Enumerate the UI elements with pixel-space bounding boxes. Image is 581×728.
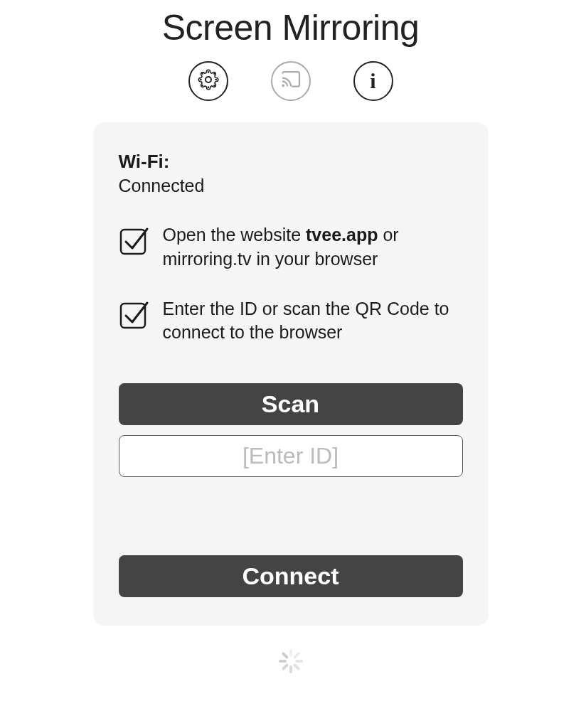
loading-spinner: [277, 647, 305, 675]
main-card: Wi-Fi: Connected Open the website tvee.a…: [93, 122, 489, 626]
checkbox-icon: [119, 223, 150, 259]
svg-rect-3: [121, 304, 145, 328]
info-button[interactable]: i: [353, 61, 393, 101]
checkbox-icon: [119, 297, 150, 333]
svg-point-1: [282, 85, 284, 87]
svg-point-0: [206, 77, 211, 82]
step-2: Enter the ID or scan the QR Code to conn…: [119, 297, 463, 346]
gear-icon: [198, 69, 219, 93]
settings-button[interactable]: [188, 61, 228, 101]
svg-rect-2: [121, 230, 145, 254]
icon-row: i: [188, 61, 393, 101]
wifi-status: Connected: [119, 176, 463, 196]
wifi-label: Wi-Fi:: [119, 151, 463, 173]
cast-button[interactable]: [271, 61, 311, 101]
cast-icon: [280, 71, 302, 91]
connect-button[interactable]: Connect: [119, 555, 463, 597]
page-title: Screen Mirroring: [162, 7, 420, 48]
step-1-text: Open the website tvee.app or mirroring.t…: [163, 223, 463, 272]
step-2-text: Enter the ID or scan the QR Code to conn…: [163, 297, 463, 346]
id-input[interactable]: [119, 435, 463, 477]
step-1: Open the website tvee.app or mirroring.t…: [119, 223, 463, 272]
scan-button[interactable]: Scan: [119, 383, 463, 425]
info-icon: i: [370, 69, 375, 93]
